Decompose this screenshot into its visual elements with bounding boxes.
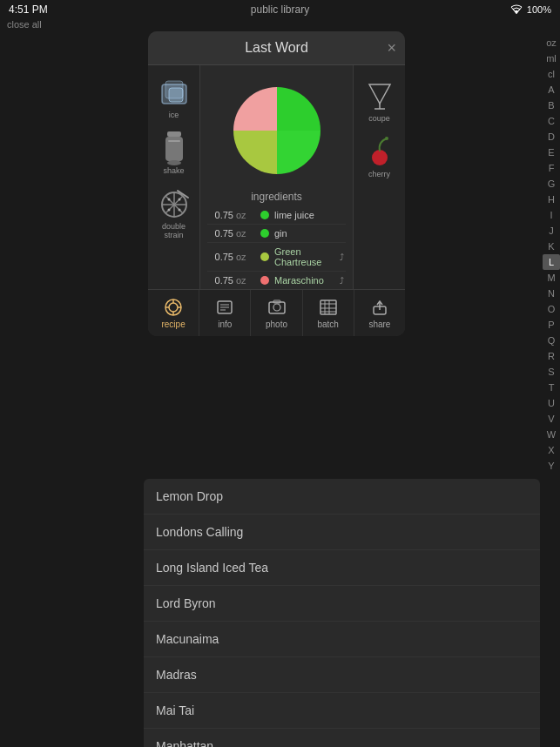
svg-point-14 bbox=[167, 209, 170, 212]
tab-recipe[interactable]: recipe bbox=[148, 290, 199, 336]
svg-point-22 bbox=[169, 303, 178, 312]
modal-close-button[interactable]: × bbox=[387, 39, 396, 57]
wifi-icon bbox=[509, 4, 523, 15]
ingredient-link-icon[interactable]: ⤴ bbox=[340, 252, 344, 262]
modal-header: Last Word × bbox=[148, 31, 405, 65]
alpha-V[interactable]: V bbox=[543, 411, 560, 427]
status-right: 100% bbox=[509, 4, 551, 15]
status-bar: 4:51 PM public library 100% bbox=[0, 0, 560, 19]
double-strain-option[interactable]: doublestrain bbox=[148, 184, 199, 245]
alpha-Y[interactable]: Y bbox=[543, 458, 560, 474]
cocktail-list: Lemon Drop Londons Calling Long Island I… bbox=[144, 479, 540, 747]
svg-rect-34 bbox=[320, 300, 336, 314]
info-tab-label: info bbox=[218, 320, 232, 329]
modal-right-panel: coupe cherry bbox=[353, 65, 405, 289]
ingredient-unit: oz bbox=[236, 228, 255, 239]
share-tab-label: share bbox=[368, 320, 390, 329]
ingredient-row: 0.75 oz lime juice bbox=[207, 206, 346, 225]
alpha-oz[interactable]: oz bbox=[543, 35, 560, 50]
coupe-label: coupe bbox=[368, 114, 390, 123]
tab-photo[interactable]: photo bbox=[251, 290, 302, 336]
alpha-Q[interactable]: Q bbox=[543, 333, 560, 348]
time-display: 4:51 PM bbox=[9, 3, 48, 16]
modal-sidebar: ice shake bbox=[148, 65, 200, 289]
alpha-S[interactable]: S bbox=[543, 364, 560, 380]
tab-info[interactable]: info bbox=[199, 290, 251, 336]
share-icon bbox=[369, 297, 390, 318]
list-item[interactable]: Manhattan bbox=[144, 729, 540, 747]
close-all-button[interactable]: close all bbox=[7, 19, 42, 30]
shake-option[interactable]: shake bbox=[148, 128, 199, 180]
alpha-H[interactable]: H bbox=[543, 192, 560, 207]
tab-share[interactable]: share bbox=[354, 290, 405, 336]
alpha-K[interactable]: K bbox=[543, 239, 560, 254]
coupe-icon bbox=[362, 77, 397, 112]
alpha-P[interactable]: P bbox=[543, 317, 560, 333]
svg-point-19 bbox=[372, 150, 388, 165]
alpha-U[interactable]: U bbox=[543, 395, 560, 411]
svg-rect-3 bbox=[167, 131, 181, 137]
alpha-X[interactable]: X bbox=[543, 442, 560, 458]
double-strain-label: doublestrain bbox=[162, 222, 186, 239]
alpha-I[interactable]: I bbox=[543, 207, 560, 223]
info-icon bbox=[214, 297, 235, 318]
alpha-N[interactable]: N bbox=[543, 286, 560, 301]
battery-label: 100% bbox=[527, 4, 551, 15]
ingredient-dot bbox=[260, 229, 269, 238]
recipe-icon bbox=[163, 297, 184, 318]
ingredient-unit: oz bbox=[236, 210, 255, 220]
tab-batch[interactable]: batch bbox=[303, 290, 354, 336]
alpha-D[interactable]: D bbox=[543, 129, 560, 145]
ingredient-name: gin bbox=[274, 228, 344, 239]
ingredient-name: lime juice bbox=[274, 210, 344, 220]
svg-point-13 bbox=[178, 199, 180, 201]
list-item[interactable]: Long Island Iced Tea bbox=[144, 550, 540, 586]
cherry-label: cherry bbox=[368, 170, 390, 178]
shake-label: shake bbox=[163, 166, 184, 175]
list-item[interactable]: Lemon Drop bbox=[144, 479, 540, 515]
alpha-cl[interactable]: cl bbox=[543, 66, 560, 82]
modal-main: ingredients 0.75 oz lime juice 0.75 oz g… bbox=[200, 65, 353, 289]
alpha-L[interactable]: L bbox=[543, 254, 560, 270]
svg-point-12 bbox=[167, 199, 170, 201]
alpha-A[interactable]: A bbox=[543, 82, 560, 98]
alpha-B[interactable]: B bbox=[543, 98, 560, 113]
cherry-icon bbox=[362, 133, 397, 168]
alpha-G[interactable]: G bbox=[543, 176, 560, 192]
alpha-T[interactable]: T bbox=[543, 380, 560, 395]
batch-tab-label: batch bbox=[317, 320, 338, 329]
ingredient-dot bbox=[260, 211, 269, 219]
shake-icon bbox=[159, 133, 190, 165]
ingredient-name[interactable]: GreenChartreuse bbox=[274, 246, 338, 267]
svg-point-20 bbox=[385, 137, 388, 140]
ingredient-row: 0.75 oz Maraschino ⤴ bbox=[207, 272, 346, 289]
ingredient-row: 0.75 oz GreenChartreuse ⤴ bbox=[207, 243, 346, 272]
ingredient-unit: oz bbox=[236, 275, 255, 286]
ice-option[interactable]: ice bbox=[148, 72, 199, 124]
alpha-ml[interactable]: ml bbox=[543, 50, 560, 66]
list-item[interactable]: Madras bbox=[144, 657, 540, 693]
batch-icon bbox=[318, 297, 339, 318]
alphabet-index: oz ml cl A B C D E F G H I J K L M N O P… bbox=[543, 35, 560, 474]
photo-tab-label: photo bbox=[266, 320, 287, 329]
alpha-F[interactable]: F bbox=[543, 160, 560, 176]
pie-chart-area bbox=[200, 65, 353, 187]
alpha-R[interactable]: R bbox=[543, 348, 560, 364]
svg-point-32 bbox=[273, 304, 280, 311]
ingredient-name[interactable]: Maraschino bbox=[274, 275, 338, 286]
cherry-garnish: cherry bbox=[359, 128, 401, 184]
modal-body: ice shake bbox=[148, 65, 405, 289]
alpha-E[interactable]: E bbox=[543, 145, 560, 160]
list-item[interactable]: Macunaima bbox=[144, 622, 540, 657]
list-item[interactable]: Mai Tai bbox=[144, 693, 540, 729]
ingredient-link-icon[interactable]: ⤴ bbox=[340, 276, 344, 286]
recipe-tab-label: recipe bbox=[161, 320, 185, 329]
alpha-C[interactable]: C bbox=[543, 113, 560, 129]
alpha-M[interactable]: M bbox=[543, 270, 560, 286]
alpha-O[interactable]: O bbox=[543, 301, 560, 317]
alpha-J[interactable]: J bbox=[543, 223, 560, 239]
list-item[interactable]: Lord Byron bbox=[144, 586, 540, 622]
alpha-W[interactable]: W bbox=[543, 427, 560, 442]
list-item[interactable]: Londons Calling bbox=[144, 515, 540, 550]
modal-title: Last Word bbox=[245, 40, 308, 55]
